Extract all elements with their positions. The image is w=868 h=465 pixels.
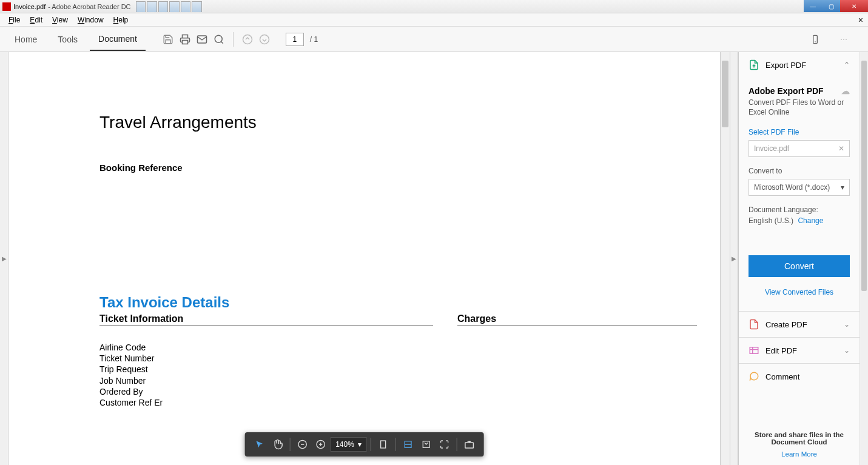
select-tool-icon[interactable] (251, 436, 267, 453)
comment-icon (749, 371, 759, 382)
mobile-icon[interactable] (809, 33, 822, 46)
convert-format-select[interactable]: Microsoft Word (*.docx) ▾ (749, 179, 850, 196)
search-icon[interactable] (212, 33, 226, 46)
toolbar: Home Tools Document / 1 ⋯ (0, 27, 868, 52)
menu-edit[interactable]: Edit (26, 15, 46, 25)
document-language-value: English (U.S.) (749, 216, 793, 225)
bg-tab[interactable] (169, 1, 180, 12)
email-icon[interactable] (195, 33, 209, 46)
left-panel-toggle[interactable]: ▶ (0, 52, 8, 465)
fullscreen-icon[interactable] (436, 436, 453, 453)
ticket-info-heading: Ticket Information (99, 313, 433, 326)
scrollbar-thumb[interactable] (722, 61, 728, 127)
svg-rect-21 (750, 347, 758, 354)
field-label: Ordered By (99, 386, 433, 397)
fit-width-icon[interactable] (400, 436, 417, 453)
zoom-in-icon[interactable] (312, 436, 329, 453)
bg-tab[interactable] (192, 1, 202, 12)
main-area: ▶ Travel Arrangements Booking Reference … (0, 52, 868, 465)
bg-tab[interactable] (158, 1, 169, 12)
page-number-input[interactable] (286, 33, 304, 46)
svg-point-2 (215, 35, 222, 42)
fit-page-icon[interactable] (375, 436, 392, 453)
charges-heading: Charges (457, 313, 697, 326)
learn-more-link[interactable]: Learn More (747, 450, 851, 458)
window-close-button[interactable]: ✕ (840, 0, 868, 12)
pdf-page[interactable]: Travel Arrangements Booking Reference Ta… (8, 52, 720, 465)
edit-pdf-label: Edit PDF (765, 346, 797, 355)
doc-title: Travel Arrangements (99, 113, 629, 132)
chevron-down-icon: ⌄ (844, 346, 850, 355)
tab-home[interactable]: Home (6, 28, 45, 50)
zoom-value: 140% (335, 440, 354, 449)
panel-vertical-scrollbar[interactable] (860, 52, 868, 465)
background-tabs (136, 1, 868, 12)
booking-reference-label: Booking Reference (99, 162, 629, 173)
document-viewport: Travel Arrangements Booking Reference Ta… (8, 52, 720, 465)
clear-file-icon[interactable]: ✕ (838, 144, 844, 153)
field-label: Trip Request (99, 364, 433, 375)
cloud-icon: ☁ (841, 86, 850, 96)
export-pdf-section-header[interactable]: Export PDF ⌃ (739, 52, 860, 78)
chevron-down-icon: ⌄ (844, 320, 850, 329)
tab-tools[interactable]: Tools (49, 28, 86, 50)
bg-tab[interactable] (181, 1, 191, 12)
scrollbar-thumb[interactable] (861, 61, 867, 291)
tab-document[interactable]: Document (90, 28, 146, 51)
edit-pdf-icon (749, 345, 759, 356)
comment-label: Comment (765, 372, 799, 381)
selected-file-name: Invoice.pdf (754, 144, 789, 153)
menu-view[interactable]: View (49, 15, 72, 25)
change-language-link[interactable]: Change (798, 216, 823, 225)
chevron-up-icon: ⌃ (844, 61, 850, 69)
tools-panel: Export PDF ⌃ Adobe Export PDF ☁ Convert … (738, 52, 868, 465)
tax-invoice-title: Tax Invoice Details (99, 294, 629, 311)
view-converted-files-link[interactable]: View Converted Files (749, 288, 850, 296)
menu-help[interactable]: Help (110, 15, 132, 25)
create-pdf-label: Create PDF (765, 320, 807, 329)
print-icon[interactable] (178, 33, 192, 46)
field-label: Customer Ref Er (99, 397, 433, 408)
cloud-footer: Store and share files in the Document Cl… (739, 426, 860, 464)
cloud-footer-text: Store and share files in the Document Cl… (747, 431, 851, 446)
titlebar-filename: Invoice.pdf (13, 3, 45, 10)
bg-tab[interactable] (136, 1, 146, 12)
comment-section[interactable]: Comment (739, 364, 860, 389)
convert-button[interactable]: Convert (749, 255, 850, 277)
zoom-level-dropdown[interactable]: 140% ▾ (330, 437, 367, 452)
app-icon (2, 2, 11, 11)
svg-line-3 (221, 41, 223, 43)
adobe-export-title: Adobe Export PDF (749, 86, 824, 96)
window-maximize-button[interactable]: ▢ (822, 0, 840, 12)
dropdown-caret-icon: ▾ (841, 183, 844, 192)
floating-view-toolbar: 140% ▾ (244, 432, 484, 457)
zoom-out-icon[interactable] (294, 436, 311, 453)
svg-rect-13 (381, 441, 386, 448)
signin-icon[interactable]: ⋯ (826, 33, 862, 46)
window-minimize-button[interactable]: — (804, 0, 822, 12)
export-pdf-label: Export PDF (765, 61, 806, 70)
hand-tool-icon[interactable] (269, 436, 286, 453)
bg-tab[interactable] (147, 1, 157, 12)
page-down-icon[interactable] (258, 33, 271, 46)
save-icon[interactable] (161, 33, 175, 46)
create-pdf-section[interactable]: Create PDF ⌄ (739, 312, 860, 338)
field-label: Airline Code (99, 342, 433, 353)
export-pdf-icon (749, 59, 759, 70)
fit-visible-icon[interactable] (418, 436, 435, 453)
page-up-icon[interactable] (241, 33, 254, 46)
menu-window[interactable]: Window (74, 15, 107, 25)
read-mode-icon[interactable] (461, 436, 478, 453)
convert-format-value: Microsoft Word (*.docx) (754, 183, 830, 192)
menu-file[interactable]: File (5, 15, 24, 25)
svg-rect-0 (182, 40, 187, 44)
edit-pdf-section[interactable]: Edit PDF ⌄ (739, 338, 860, 364)
document-vertical-scrollbar[interactable] (720, 52, 730, 465)
svg-point-4 (243, 35, 252, 44)
page-total-label: / 1 (310, 35, 318, 44)
titlebar-app-name: - Adobe Acrobat Reader DC (48, 3, 130, 10)
svg-point-5 (260, 35, 269, 44)
right-panel-toggle[interactable]: ▶ (730, 52, 738, 465)
close-document-button[interactable]: × (858, 15, 863, 25)
selected-file-box[interactable]: Invoice.pdf ✕ (749, 140, 850, 157)
